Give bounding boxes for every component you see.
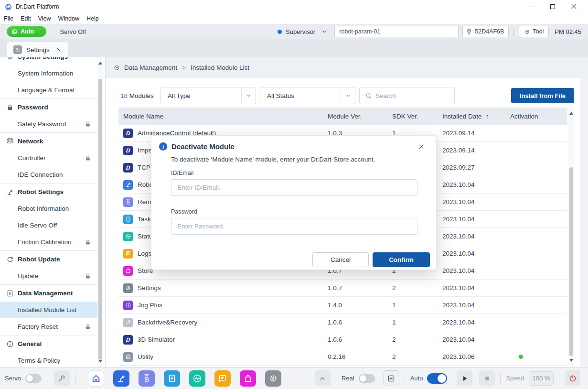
sidebar-item-installed-module-list[interactable]: Installed Module List bbox=[0, 302, 98, 318]
table-row[interactable]: Backdrive&Recovery1.0.612023.10.04 bbox=[118, 314, 567, 331]
servo-toggle[interactable] bbox=[25, 374, 42, 383]
filter-bar: 18 Modules All Type All Status bbox=[120, 78, 574, 104]
column-module-name[interactable]: Module Name bbox=[118, 113, 324, 120]
breadcrumb-separator: > bbox=[182, 64, 186, 71]
power-button[interactable] bbox=[565, 370, 580, 386]
tab-close-icon[interactable] bbox=[56, 47, 62, 53]
search-input[interactable] bbox=[375, 87, 454, 104]
menu-edit[interactable]: Edit bbox=[21, 15, 31, 22]
table-row[interactable]: D3D Simulator1.0.622023.10.04 bbox=[118, 331, 567, 348]
tab-label: Settings bbox=[26, 46, 50, 54]
gear-icon bbox=[113, 64, 120, 71]
sidebar-section-password[interactable]: Password bbox=[0, 99, 98, 116]
sidebar-item-factory-reset[interactable]: Factory Reset bbox=[0, 318, 98, 335]
dock-app-robot[interactable] bbox=[113, 370, 129, 387]
menu-bar: FileEditViewWindowHelp bbox=[0, 13, 588, 24]
dock-app-home[interactable] bbox=[88, 370, 104, 387]
column-sdk-ver[interactable]: SDK Ver. bbox=[388, 113, 438, 120]
menu-view[interactable]: View bbox=[38, 15, 51, 22]
cancel-button[interactable]: Cancel bbox=[312, 252, 369, 267]
table-row[interactable]: Utility0.2.1622023.10.06 bbox=[118, 348, 567, 366]
menu-window[interactable]: Window bbox=[58, 15, 79, 22]
sidebar-item-update[interactable]: Update bbox=[0, 268, 98, 284]
tool-label: Tool bbox=[533, 28, 544, 35]
collapse-panel-button[interactable] bbox=[315, 370, 331, 386]
doc-icon bbox=[167, 374, 177, 383]
menu-help[interactable]: Help bbox=[86, 15, 99, 22]
sdk-version: 1 bbox=[388, 302, 438, 309]
scroll-down-arrow[interactable] bbox=[98, 360, 102, 364]
scroll-down-arrow[interactable] bbox=[569, 359, 573, 363]
sidebar-item-robot-information[interactable]: Robot Information bbox=[0, 200, 98, 217]
password-input[interactable] bbox=[171, 218, 417, 235]
row-menu-button[interactable] bbox=[566, 353, 567, 363]
remote-module-icon bbox=[123, 197, 133, 207]
column-activation[interactable]: Activation bbox=[506, 113, 549, 120]
sidebar-section-robot-update[interactable]: Robot Update bbox=[0, 251, 98, 268]
sidebar-item-ide-connection[interactable]: IDE Connection bbox=[0, 166, 98, 183]
sidebar-section-general[interactable]: General bbox=[0, 335, 98, 352]
table-row[interactable]: Jog Plus1.4.012023.10.04 bbox=[118, 297, 567, 314]
dock-app-bag[interactable] bbox=[240, 370, 256, 387]
sidebar-item-controller[interactable]: Controller bbox=[0, 150, 98, 166]
table-row[interactable]: Settings1.0.722023.10.04 bbox=[118, 280, 567, 297]
speed-label: Speed bbox=[506, 375, 524, 382]
tool-button[interactable]: Tool bbox=[519, 26, 549, 37]
dock-app-doc[interactable] bbox=[164, 370, 180, 387]
search-box[interactable] bbox=[359, 87, 455, 104]
breadcrumb-parent[interactable]: Data Management bbox=[124, 64, 177, 71]
role-label[interactable]: Supervisor bbox=[286, 28, 315, 35]
dock-app-chat[interactable] bbox=[214, 370, 231, 387]
module-version: 1.0.6 bbox=[324, 336, 388, 343]
scroll-up-arrow[interactable] bbox=[569, 111, 573, 115]
row-menu-button[interactable] bbox=[566, 301, 567, 312]
sidebar-section-system-settings[interactable]: System Settings bbox=[0, 57, 98, 65]
column-module-ver[interactable]: Module Ver. bbox=[324, 113, 388, 120]
scrollbar-thumb[interactable] bbox=[98, 79, 102, 360]
minimize-button[interactable] bbox=[521, 0, 542, 13]
menu-file[interactable]: File bbox=[4, 15, 13, 22]
stop-button[interactable] bbox=[479, 370, 495, 386]
tab-settings[interactable]: Settings bbox=[7, 42, 68, 57]
close-button[interactable] bbox=[563, 0, 584, 13]
dock-app-remote[interactable] bbox=[139, 370, 155, 387]
status-filter-select[interactable]: All Status bbox=[260, 87, 355, 104]
sidebar-item-friction-calibration[interactable]: Friction Calibration bbox=[0, 234, 98, 250]
table-scrollbar[interactable] bbox=[568, 108, 574, 366]
id-email-input[interactable] bbox=[171, 179, 417, 196]
real-toggle[interactable] bbox=[359, 374, 375, 383]
dialog-close-icon[interactable] bbox=[418, 143, 425, 150]
play-button[interactable] bbox=[457, 370, 472, 386]
column-installed-date[interactable]: Installed Date↑ bbox=[438, 113, 506, 120]
sidebar-item-language-format[interactable]: Language & Format bbox=[0, 82, 98, 98]
scrollbar-thumb[interactable] bbox=[569, 167, 573, 356]
module-name: Backdrive&Recovery bbox=[138, 319, 197, 326]
confirm-button[interactable]: Confirm bbox=[373, 252, 430, 267]
remote-icon bbox=[142, 374, 151, 383]
robot-param-input[interactable] bbox=[334, 26, 459, 37]
home-icon bbox=[91, 374, 101, 383]
adjust-tool-button[interactable] bbox=[54, 370, 70, 386]
sidebar-item-system-information[interactable]: System Information bbox=[0, 65, 98, 82]
sidebar-section-robot-settings[interactable]: Robot Settings bbox=[0, 184, 98, 200]
sidebar-scrollbar[interactable] bbox=[97, 57, 103, 367]
auto-toggle[interactable] bbox=[427, 373, 447, 384]
sidebar-item-terms-policy[interactable]: Terms & Policy bbox=[0, 352, 98, 367]
type-filter-select[interactable]: All Type bbox=[160, 87, 256, 104]
sdk-version: 2 bbox=[388, 336, 438, 343]
maximize-button[interactable] bbox=[542, 0, 563, 13]
chevron-down-icon[interactable] bbox=[321, 28, 328, 35]
sidebar-item-idle-servo-off[interactable]: Idle Servo Off bbox=[0, 217, 98, 234]
lock-icon bbox=[85, 273, 91, 280]
sidebar-section-network[interactable]: Network bbox=[0, 133, 98, 150]
3d-view-button[interactable]: 3D bbox=[384, 370, 399, 386]
dock-app-status[interactable] bbox=[189, 370, 205, 387]
mode-badge[interactable]: Auto bbox=[7, 26, 46, 37]
speed-value[interactable]: 100 % bbox=[529, 371, 554, 386]
dock-app-gear[interactable] bbox=[265, 370, 281, 387]
scroll-up-arrow[interactable] bbox=[98, 61, 102, 65]
device-id-badge[interactable]: 52D4AF6B bbox=[462, 26, 509, 37]
sidebar-item-safety-password[interactable]: Safety Password bbox=[0, 116, 98, 132]
install-from-file-button[interactable]: Install from File bbox=[511, 88, 574, 103]
sidebar-section-data-management[interactable]: Data Management bbox=[0, 285, 98, 302]
